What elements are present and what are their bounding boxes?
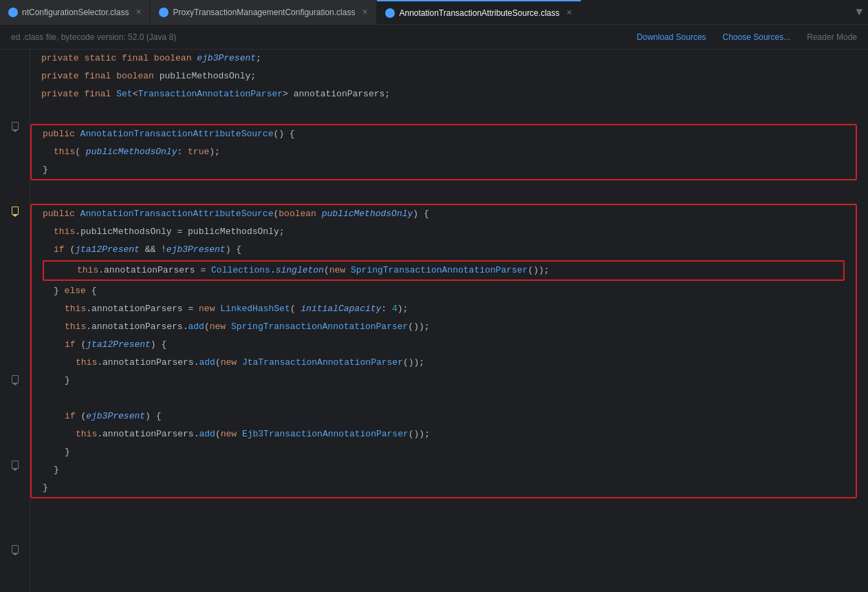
code-line-if-ejb: if (ejb3Present) {: [32, 408, 856, 425]
code-line-ctor1-sig: public AnnotationTransactionAttributeSou…: [32, 125, 856, 143]
highlight-box-inner: this.annotationParsers = Collections.sin…: [43, 260, 845, 281]
code-area: private static final boolean ejb3Present…: [0, 50, 868, 592]
code-line-2: private final boolean publicMethodsOnly;: [30, 67, 868, 85]
tab-close-1[interactable]: ✕: [135, 8, 142, 17]
code-line-3: private final Set<TransactionAnnotationP…: [30, 85, 868, 103]
code-line-close-else: }: [32, 461, 856, 479]
tab-icon-3: [385, 8, 395, 18]
code-line-linkedhash: this.annotationParsers = new LinkedHashS…: [32, 300, 856, 318]
code-line-1: private static final boolean ejb3Present…: [30, 50, 868, 67]
gutter-bookmark-4: [0, 456, 30, 474]
code-line-else: } else {: [32, 282, 856, 300]
tab-annotation[interactable]: AnnotationTransactionAttributeSource.cla…: [377, 0, 581, 24]
tab-icon-2: [159, 8, 169, 17]
tab-icon-1: [8, 8, 18, 17]
code-line-add-spring: this.annotationParsers.add(new SpringTra…: [32, 318, 856, 336]
code-content[interactable]: private static final boolean ejb3Present…: [30, 50, 868, 592]
download-sources-btn[interactable]: Download Sources: [637, 32, 706, 42]
tab-bar: ntConfigurationSelector.class ✕ ProxyTra…: [0, 0, 868, 25]
gutter: [0, 50, 30, 592]
gutter-bookmark-3: [0, 370, 30, 388]
code-line-ctor1-body: this( publicMethodsOnly: true);: [32, 143, 856, 161]
gutter-bookmark-5: [0, 540, 30, 558]
tab-label-2: ProxyTransactionManagementConfiguration.…: [173, 8, 355, 17]
tab-close-3[interactable]: ✕: [566, 8, 572, 17]
code-line-ctor2-sig: public AnnotationTransactionAttributeSou…: [32, 205, 856, 223]
highlight-box-1: public AnnotationTransactionAttributeSou…: [30, 124, 857, 180]
choose-sources-btn[interactable]: Choose Sources...: [723, 32, 791, 42]
gutter-bookmark-2: [0, 202, 30, 220]
code-line-ctor1-close: }: [32, 161, 856, 179]
code-line-add-ejb: this.annotationParsers.add(new Ejb3Trans…: [32, 425, 856, 443]
bytecode-info: ed .class file, bytecode version: 52.0 (…: [11, 32, 620, 42]
tab-label-3: AnnotationTransactionAttributeSource.cla…: [399, 8, 559, 18]
tab-proxy[interactable]: ProxyTransactionManagementConfiguration.…: [151, 0, 377, 24]
code-line-inner: this.annotationParsers = Collections.sin…: [44, 262, 843, 279]
highlight-box-2: public AnnotationTransactionAttributeSou…: [30, 204, 857, 498]
code-line-ctor2-line2: if (jta12Present && !ejb3Present) {: [32, 241, 856, 259]
tab-close-2[interactable]: ✕: [362, 8, 368, 17]
tab-ntconfig[interactable]: ntConfigurationSelector.class ✕: [0, 0, 151, 24]
code-line-ctor2-close: }: [32, 479, 856, 497]
gutter-bookmark-1: [0, 117, 30, 135]
code-line-ctor2-line1: this.publicMethodsOnly = publicMethodsOn…: [32, 223, 856, 241]
reader-mode-btn[interactable]: Reader Mode: [807, 32, 857, 42]
code-line-if-jta: if (jta12Present) {: [32, 336, 856, 354]
code-line-close-jta: }: [32, 372, 856, 390]
code-line-close-ejb: }: [32, 443, 856, 461]
tab-overflow-btn[interactable]: ▼: [850, 6, 868, 19]
info-bar: ed .class file, bytecode version: 52.0 (…: [0, 25, 868, 50]
tab-label-1: ntConfigurationSelector.class: [22, 8, 129, 17]
code-line-add-jta: this.annotationParsers.add(new JtaTransa…: [32, 354, 856, 372]
